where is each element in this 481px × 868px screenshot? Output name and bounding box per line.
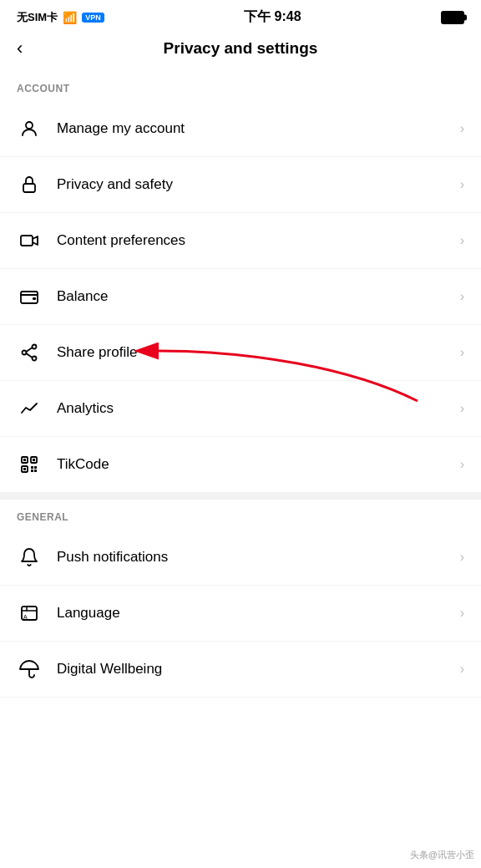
menu-label-manage-account: Manage my account	[57, 120, 460, 137]
menu-item-content-prefs[interactable]: Content preferences ›	[0, 213, 481, 269]
svg-point-5	[33, 345, 37, 349]
back-button[interactable]: ‹	[17, 38, 23, 59]
menu-item-digital-wellbeing[interactable]: Digital Wellbeing ›	[0, 642, 481, 698]
chevron-icon: ›	[460, 121, 464, 136]
menu-item-privacy-safety[interactable]: Privacy and safety ›	[0, 157, 481, 213]
page-header: ‹ Privacy and settings	[0, 31, 481, 71]
language-icon: A	[17, 601, 42, 626]
chevron-icon: ›	[460, 345, 464, 360]
chevron-icon: ›	[460, 457, 464, 472]
svg-rect-16	[31, 466, 33, 469]
status-carrier: 无SIM卡 📶 VPN	[17, 10, 104, 25]
chevron-icon: ›	[460, 606, 464, 621]
menu-label-tikcode: TikCode	[57, 456, 460, 473]
chevron-icon: ›	[460, 289, 464, 304]
umbrella-icon	[17, 657, 42, 682]
svg-rect-14	[33, 459, 35, 461]
svg-rect-4	[33, 297, 36, 300]
page-title: Privacy and settings	[164, 39, 318, 58]
chevron-icon: ›	[460, 401, 464, 416]
menu-item-balance[interactable]: Balance ›	[0, 269, 481, 325]
svg-rect-13	[23, 459, 26, 461]
menu-label-push-notifications: Push notifications	[57, 549, 460, 566]
chevron-icon: ›	[460, 233, 464, 248]
menu-label-language: Language	[57, 605, 460, 622]
tikcode-icon	[17, 452, 42, 477]
status-time: 下午 9:48	[244, 8, 301, 26]
svg-line-9	[26, 353, 32, 358]
watermark: 头条@讯营小歪	[410, 849, 474, 861]
chevron-icon: ›	[460, 550, 464, 565]
svg-rect-15	[23, 468, 26, 470]
chevron-icon: ›	[460, 177, 464, 192]
menu-item-push-notifications[interactable]: Push notifications ›	[0, 530, 481, 586]
svg-line-8	[26, 348, 32, 352]
status-right	[441, 11, 464, 24]
battery-icon	[441, 11, 464, 24]
svg-rect-19	[34, 470, 37, 472]
svg-rect-2	[21, 236, 33, 246]
svg-point-0	[26, 122, 33, 129]
share-icon	[17, 340, 42, 365]
menu-item-language[interactable]: A Language ›	[0, 586, 481, 642]
wifi-icon: 📶	[63, 11, 77, 24]
menu-label-digital-wellbeing: Digital Wellbeing	[57, 661, 460, 678]
svg-point-6	[23, 351, 27, 355]
section-divider	[0, 493, 481, 500]
menu-label-analytics: Analytics	[57, 400, 460, 417]
status-bar: 无SIM卡 📶 VPN 下午 9:48	[0, 0, 481, 31]
menu-item-manage-account[interactable]: Manage my account ›	[0, 101, 481, 157]
analytics-icon	[17, 396, 42, 421]
chevron-icon: ›	[460, 662, 464, 677]
carrier-text: 无SIM卡	[17, 10, 58, 25]
user-icon	[17, 116, 42, 141]
svg-rect-1	[23, 184, 35, 192]
lock-icon	[17, 172, 42, 197]
svg-rect-17	[34, 466, 37, 469]
section-label-account: ACCOUNT	[0, 71, 481, 101]
menu-item-share-profile[interactable]: Share profile ›	[0, 325, 481, 381]
svg-text:A: A	[23, 614, 28, 620]
section-label-general: GENERAL	[0, 500, 481, 530]
menu-item-tikcode[interactable]: TikCode ›	[0, 437, 481, 493]
video-icon	[17, 228, 42, 253]
svg-rect-18	[31, 470, 33, 472]
bell-icon	[17, 545, 42, 570]
menu-label-balance: Balance	[57, 288, 460, 305]
wallet-icon	[17, 284, 42, 309]
menu-label-share-profile: Share profile	[57, 344, 460, 361]
vpn-badge: VPN	[82, 13, 104, 23]
menu-item-analytics[interactable]: Analytics ›	[0, 381, 481, 437]
menu-label-privacy-safety: Privacy and safety	[57, 176, 460, 193]
svg-point-7	[33, 357, 37, 361]
menu-label-content-prefs: Content preferences	[57, 232, 460, 249]
